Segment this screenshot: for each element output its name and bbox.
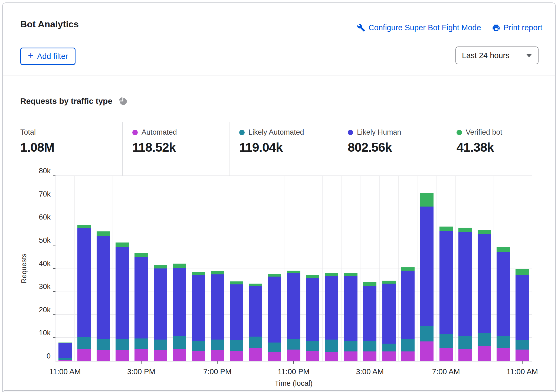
bar-segment-automated[interactable] xyxy=(325,352,338,361)
bar-segment-likely-human[interactable] xyxy=(363,286,376,341)
bar-segment-likely-human[interactable] xyxy=(77,228,91,337)
bar-segment-likely-human[interactable] xyxy=(458,232,472,336)
bar-segment-likely-human[interactable] xyxy=(192,275,205,341)
bar-segment-likely-human[interactable] xyxy=(134,257,148,338)
bar-segment-automated[interactable] xyxy=(306,351,319,361)
bar-segment-verified-bot[interactable] xyxy=(211,271,224,274)
bar-segment-automated[interactable] xyxy=(382,351,396,361)
bar-segment-automated[interactable] xyxy=(192,351,205,361)
bar-segment-likely-human[interactable] xyxy=(439,231,453,334)
bar-segment-likely-human[interactable] xyxy=(249,286,262,337)
bar-segment-likely-automated[interactable] xyxy=(134,338,148,349)
bar-segment-automated[interactable] xyxy=(77,349,91,361)
bar-segment-automated[interactable] xyxy=(211,350,224,361)
bar-segment-verified-bot[interactable] xyxy=(478,230,491,234)
bar-segment-likely-automated[interactable] xyxy=(306,341,319,351)
configure-super-bot-fight-mode-link[interactable]: Configure Super Bot Fight Mode xyxy=(357,23,481,32)
bar-segment-likely-automated[interactable] xyxy=(439,334,453,348)
bar-segment-automated[interactable] xyxy=(344,351,357,361)
bar-segment-likely-automated[interactable] xyxy=(516,340,529,350)
bar-segment-likely-automated[interactable] xyxy=(344,341,357,351)
bar-segment-verified-bot[interactable] xyxy=(401,267,415,271)
bar-segment-verified-bot[interactable] xyxy=(77,225,91,228)
bar-segment-likely-automated[interactable] xyxy=(58,358,72,360)
bar-segment-likely-human[interactable] xyxy=(478,234,491,333)
bar-segment-automated[interactable] xyxy=(230,351,243,361)
bar-segment-automated[interactable] xyxy=(287,350,300,361)
bar-segment-verified-bot[interactable] xyxy=(420,193,434,207)
bar-segment-likely-human[interactable] xyxy=(344,276,357,341)
bar-segment-verified-bot[interactable] xyxy=(58,343,72,343)
bar-segment-likely-automated[interactable] xyxy=(420,326,434,341)
bar-segment-likely-automated[interactable] xyxy=(458,336,472,349)
bar-segment-likely-automated[interactable] xyxy=(325,340,338,352)
bar-segment-verified-bot[interactable] xyxy=(116,242,129,247)
bar-segment-likely-human[interactable] xyxy=(325,276,338,340)
bar-segment-automated[interactable] xyxy=(97,350,110,361)
bar-segment-likely-human[interactable] xyxy=(173,268,186,336)
bar-segment-verified-bot[interactable] xyxy=(325,273,338,276)
bar-segment-verified-bot[interactable] xyxy=(268,274,281,276)
bar-segment-likely-automated[interactable] xyxy=(154,340,167,350)
bar-segment-likely-automated[interactable] xyxy=(478,333,491,346)
bar-segment-likely-automated[interactable] xyxy=(249,337,262,348)
bar-segment-verified-bot[interactable] xyxy=(97,231,110,235)
bar-segment-verified-bot[interactable] xyxy=(458,228,472,232)
bar-segment-likely-human[interactable] xyxy=(268,277,281,343)
bar-segment-automated[interactable] xyxy=(516,350,529,361)
bar-segment-automated[interactable] xyxy=(173,349,186,361)
bar-segment-likely-human[interactable] xyxy=(401,271,415,339)
bar-segment-verified-bot[interactable] xyxy=(287,271,300,273)
bar-segment-verified-bot[interactable] xyxy=(249,284,262,286)
bar-segment-automated[interactable] xyxy=(116,350,129,361)
bar-segment-verified-bot[interactable] xyxy=(439,227,453,231)
bar-segment-likely-automated[interactable] xyxy=(192,341,205,351)
bar-segment-verified-bot[interactable] xyxy=(382,281,396,284)
bar-segment-verified-bot[interactable] xyxy=(363,282,376,286)
bar-segment-automated[interactable] xyxy=(268,352,281,361)
bar-segment-likely-human[interactable] xyxy=(497,252,510,336)
bar-segment-automated[interactable] xyxy=(439,348,453,361)
bar-segment-likely-human[interactable] xyxy=(420,207,434,326)
bar-segment-automated[interactable] xyxy=(458,349,472,361)
add-filter-button[interactable]: + Add filter xyxy=(20,48,76,65)
bar-segment-automated[interactable] xyxy=(249,348,262,361)
bar-segment-likely-automated[interactable] xyxy=(77,337,91,349)
bar-segment-verified-bot[interactable] xyxy=(344,273,357,276)
bar-segment-likely-human[interactable] xyxy=(154,268,167,340)
bar-segment-verified-bot[interactable] xyxy=(154,265,167,269)
bar-segment-verified-bot[interactable] xyxy=(516,269,529,275)
bar-segment-likely-automated[interactable] xyxy=(497,336,510,348)
bar-segment-automated[interactable] xyxy=(154,350,167,361)
bar-segment-verified-bot[interactable] xyxy=(192,272,205,275)
bar-segment-verified-bot[interactable] xyxy=(306,275,319,278)
bar-segment-likely-human[interactable] xyxy=(97,236,110,339)
bar-segment-likely-automated[interactable] xyxy=(268,343,281,352)
bar-segment-likely-human[interactable] xyxy=(211,274,224,340)
bar-segment-likely-automated[interactable] xyxy=(382,344,396,351)
bar-segment-likely-automated[interactable] xyxy=(363,341,376,351)
bar-segment-likely-human[interactable] xyxy=(230,284,243,340)
bar-segment-likely-human[interactable] xyxy=(287,273,300,339)
bar-segment-automated[interactable] xyxy=(478,346,491,361)
bar-segment-likely-human[interactable] xyxy=(382,284,396,344)
bar-segment-automated[interactable] xyxy=(134,349,148,361)
bar-segment-automated[interactable] xyxy=(363,351,376,361)
bar-segment-likely-automated[interactable] xyxy=(116,339,129,350)
bar-segment-likely-automated[interactable] xyxy=(173,336,186,350)
bar-segment-likely-automated[interactable] xyxy=(97,339,110,350)
bar-segment-verified-bot[interactable] xyxy=(230,281,243,284)
time-range-dropdown[interactable]: Last 24 hours xyxy=(455,46,539,64)
bar-segment-likely-automated[interactable] xyxy=(401,339,415,351)
bar-segment-likely-human[interactable] xyxy=(306,278,319,341)
print-report-link[interactable]: Print report xyxy=(492,23,542,32)
bar-segment-automated[interactable] xyxy=(497,348,510,361)
bar-segment-likely-automated[interactable] xyxy=(287,339,300,350)
bar-segment-verified-bot[interactable] xyxy=(497,247,510,252)
bar-segment-verified-bot[interactable] xyxy=(173,264,186,268)
bar-segment-likely-automated[interactable] xyxy=(230,340,243,351)
bar-segment-likely-automated[interactable] xyxy=(211,340,224,350)
bar-segment-likely-human[interactable] xyxy=(116,247,129,339)
bar-segment-verified-bot[interactable] xyxy=(134,253,148,257)
bar-segment-automated[interactable] xyxy=(401,351,415,361)
